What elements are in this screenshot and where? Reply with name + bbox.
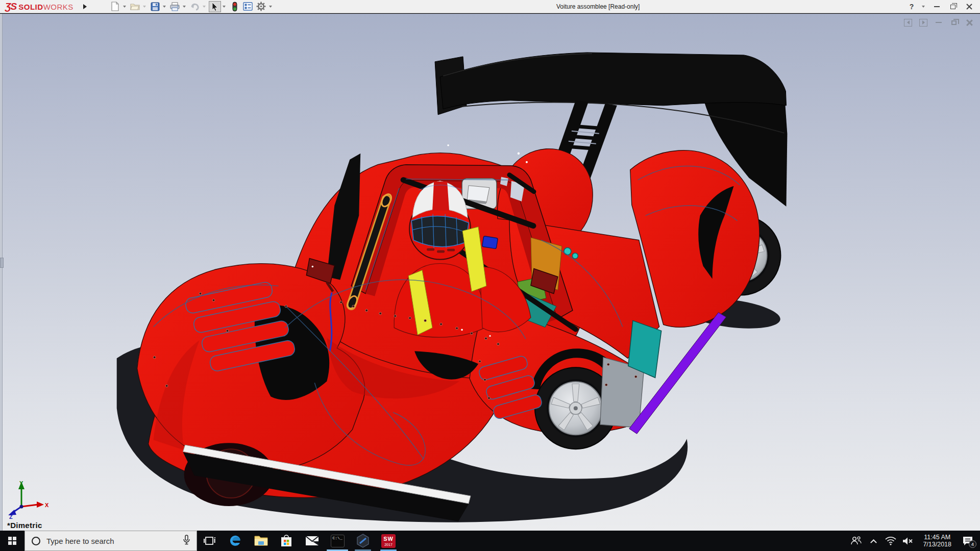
undo-button[interactable]: [189, 1, 201, 12]
svg-text:Y: Y: [19, 480, 23, 486]
window-controls: ?: [905, 0, 976, 13]
select-dropdown-caret[interactable]: [223, 6, 226, 8]
wifi-icon[interactable]: [883, 531, 898, 551]
cortana-icon: [32, 537, 40, 545]
menu-flyout-arrow-icon[interactable]: [81, 2, 90, 11]
command-prompt-icon[interactable]: C:\_: [325, 531, 350, 551]
save-dropdown-caret[interactable]: [163, 6, 166, 8]
restore-button[interactable]: [946, 1, 960, 12]
select-tool-button[interactable]: [209, 1, 221, 12]
help-button[interactable]: ?: [905, 1, 918, 12]
open-document-button[interactable]: [129, 1, 141, 12]
rebuild-traffic-light-button[interactable]: [229, 1, 241, 12]
help-dropdown-caret[interactable]: [922, 6, 925, 8]
doc-close-button[interactable]: [965, 18, 974, 27]
graphics-viewport[interactable]: Y X Z *Dimetric: [0, 14, 980, 531]
pane-right-button[interactable]: [919, 18, 928, 27]
store-icon[interactable]: [274, 531, 299, 551]
panel-expand-tab[interactable]: [0, 258, 4, 268]
windows-taskbar: Type here to search C:\_ SW 2017: [0, 531, 980, 551]
solidworks-logo-glyph: ƷS: [5, 1, 16, 12]
clock-date: 7/13/2018: [923, 541, 951, 548]
window-title: Voiture assomblee [Read-only]: [556, 3, 640, 10]
minimize-button[interactable]: [930, 1, 943, 12]
orientation-triad: Y X Z: [4, 479, 50, 519]
svg-text:Z: Z: [9, 514, 13, 519]
save-button[interactable]: [149, 1, 161, 12]
new-document-button[interactable]: [109, 1, 121, 12]
taskbar-clock[interactable]: 11:45 AM 7/13/2018: [918, 534, 957, 548]
hexagon-app-icon[interactable]: [350, 531, 376, 551]
task-view-button[interactable]: [197, 531, 223, 551]
options-gear-button[interactable]: [255, 1, 267, 12]
solidworks-app-icon[interactable]: SW 2017: [376, 531, 401, 551]
volume-muted-icon[interactable]: [900, 531, 916, 551]
quick-access-toolbar: [109, 1, 274, 12]
notification-badge: 4: [969, 540, 976, 548]
close-button[interactable]: [963, 1, 976, 12]
taskbar-search-input[interactable]: Type here to search: [24, 531, 197, 551]
open-dropdown-caret[interactable]: [143, 6, 146, 8]
doc-minimize-button[interactable]: [934, 18, 943, 27]
view-orientation-label: *Dimetric: [7, 521, 42, 530]
svg-text:X: X: [45, 502, 49, 508]
options-dropdown-caret[interactable]: [269, 6, 272, 8]
pane-left-button[interactable]: [903, 18, 913, 27]
people-icon[interactable]: [848, 531, 864, 551]
start-button[interactable]: [0, 531, 24, 551]
doc-restore-button[interactable]: [949, 18, 959, 27]
solidworks-logo: ƷS SOLID WORKS: [5, 1, 74, 12]
mail-icon[interactable]: [299, 531, 325, 551]
search-placeholder: Type here to search: [46, 537, 183, 545]
document-window-controls: [903, 18, 974, 27]
tray-chevron-icon[interactable]: [866, 531, 881, 551]
3d-model-scene[interactable]: [0, 14, 980, 531]
microphone-icon[interactable]: [183, 535, 190, 547]
new-dropdown-caret[interactable]: [123, 6, 126, 8]
collapsed-panel-strip[interactable]: [0, 14, 3, 531]
print-dropdown-caret[interactable]: [183, 6, 186, 8]
system-tray: 11:45 AM 7/13/2018 4: [848, 531, 980, 551]
clock-time: 11:45 AM: [923, 534, 951, 541]
edge-browser-icon[interactable]: [223, 531, 248, 551]
app-title-bar: ƷS SOLID WORKS Voiture: [0, 0, 980, 13]
file-explorer-icon[interactable]: [248, 531, 274, 551]
action-center-button[interactable]: 4: [959, 531, 977, 551]
print-button[interactable]: [169, 1, 181, 12]
undo-dropdown-caret[interactable]: [203, 6, 206, 8]
windows-logo-icon: [8, 537, 16, 545]
display-pane-button[interactable]: [242, 1, 254, 12]
helmet-visor: [411, 216, 469, 247]
